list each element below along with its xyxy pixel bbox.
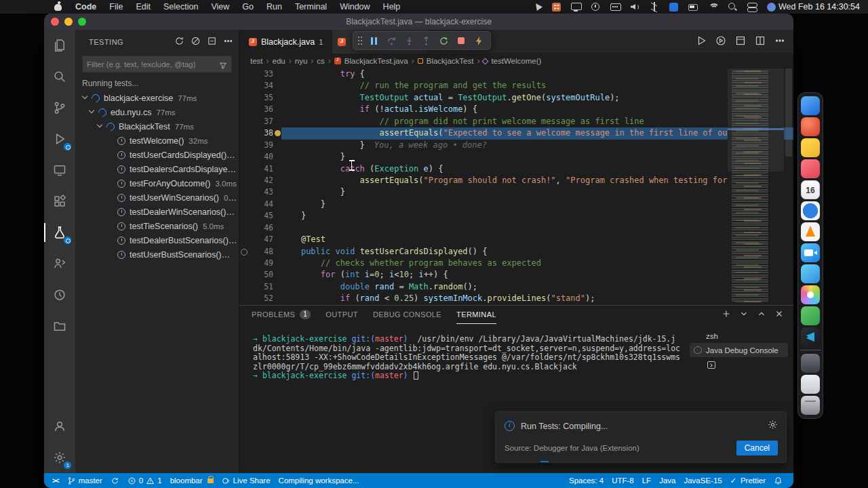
- git-branch-status[interactable]: master: [63, 473, 106, 488]
- breadcrumb-item[interactable]: testWelcome(): [491, 57, 541, 65]
- test-tree-item[interactable]: testWelcome()32ms: [75, 134, 239, 148]
- tab-blackjack-java[interactable]: Blackjack.java 1: [239, 30, 332, 54]
- test-tree-item[interactable]: testUserCardsDisplayed()2…: [75, 148, 239, 163]
- panel-tab[interactable]: PROBLEMS1: [252, 306, 311, 324]
- pause-icon[interactable]: [367, 33, 382, 48]
- step-over-icon[interactable]: [384, 33, 399, 48]
- dock-app-icon[interactable]: [801, 201, 820, 220]
- test-tree-item[interactable]: edu.nyu.cs77ms: [75, 106, 239, 120]
- code-line[interactable]: 49 // checks whether program behaves as …: [239, 258, 793, 269]
- bloombar-status[interactable]: bloombar: [166, 473, 218, 488]
- encoding-status[interactable]: UTF-8: [608, 473, 638, 488]
- code-line[interactable]: 50 for (int i=0; i<10; i++) {: [239, 269, 793, 281]
- status-menu-icon[interactable]: [610, 2, 620, 12]
- menu-item[interactable]: Terminal: [295, 2, 327, 12]
- dock-app-icon[interactable]: [801, 96, 820, 115]
- gutter-test-icon[interactable]: [239, 234, 249, 245]
- layout-icon[interactable]: [735, 35, 746, 49]
- code-line[interactable]: 36 if (!actual.isWelcome) {: [239, 104, 793, 115]
- code-line[interactable]: 38 assertEquals("Expected to see a welco…: [239, 127, 793, 139]
- status-menu-icon[interactable]: [591, 2, 600, 12]
- panel-tab[interactable]: OUTPUT: [326, 306, 358, 324]
- gutter-test-icon[interactable]: [239, 151, 249, 163]
- dock-app-icon[interactable]: [801, 327, 820, 346]
- code-line[interactable]: 42 assertEquals("Program should not cras…: [239, 175, 793, 186]
- minimap[interactable]: [728, 68, 784, 305]
- gutter-test-icon[interactable]: [239, 210, 249, 222]
- menu-item[interactable]: Edit: [136, 2, 151, 12]
- run-button[interactable]: [696, 35, 707, 49]
- gutter-test-icon[interactable]: [239, 92, 249, 104]
- dock-app-icon[interactable]: [801, 243, 820, 262]
- dock-app-icon[interactable]: [801, 159, 820, 178]
- gutter-test-icon[interactable]: [239, 80, 249, 92]
- menu-item[interactable]: Window: [340, 2, 370, 12]
- test-tree-item[interactable]: testUserBustScenarios()0.0…: [75, 248, 239, 262]
- account-icon[interactable]: [44, 411, 75, 442]
- code-line[interactable]: 52 if (rand < 0.25) systemInMock.provide…: [239, 293, 793, 304]
- terminal-dropdown-icon[interactable]: [739, 309, 749, 321]
- gutter-test-icon[interactable]: [239, 281, 249, 293]
- breadcrumb-item[interactable]: edu: [273, 57, 285, 65]
- maximize-panel-icon[interactable]: [757, 309, 766, 321]
- step-into-icon[interactable]: [401, 33, 416, 48]
- code-line[interactable]: 51 double rand = Math.random();: [239, 281, 793, 293]
- dock-app-icon[interactable]: [801, 285, 820, 304]
- code-line[interactable]: 44 }: [239, 199, 793, 210]
- test-tree-item[interactable]: testForAnyOutcome()3.0ms: [75, 177, 239, 191]
- step-out-icon[interactable]: [419, 33, 434, 48]
- dock-app-icon[interactable]: [801, 354, 820, 373]
- dock-app-icon[interactable]: [801, 138, 820, 157]
- language-mode-status[interactable]: Java: [655, 473, 679, 488]
- notifications-bell-icon[interactable]: [770, 473, 787, 488]
- gutter-test-icon[interactable]: [239, 293, 249, 304]
- gutter-test-icon[interactable]: [239, 186, 249, 198]
- notification-settings-icon[interactable]: [768, 420, 778, 432]
- code-line[interactable]: 41 catch (Exception e) {: [239, 163, 793, 175]
- gutter-test-icon[interactable]: [239, 116, 249, 127]
- dock-app-icon[interactable]: [801, 222, 820, 241]
- cancel-button[interactable]: Cancel: [736, 441, 778, 455]
- code-line[interactable]: 39 }You, a week ago • done?: [239, 140, 793, 151]
- code-line[interactable]: 47 @Test: [239, 234, 793, 245]
- project-manager-icon[interactable]: [44, 310, 75, 342]
- code-editor[interactable]: 33 try { 34 // run the program and get t…: [239, 68, 793, 305]
- status-menu-icon[interactable]: [532, 2, 542, 12]
- menu-item[interactable]: Run: [267, 2, 282, 12]
- status-menu-icon[interactable]: [728, 2, 737, 12]
- menu-item[interactable]: Go: [242, 2, 254, 12]
- test-tree-item[interactable]: testDealerBustScenarios()1…: [75, 234, 239, 248]
- code-line[interactable]: 40 }: [239, 151, 793, 163]
- panel-tab[interactable]: DEBUG CONSOLE: [373, 306, 441, 324]
- dock-app-icon[interactable]: [801, 306, 820, 325]
- code-line[interactable]: 35 TestOutput actual = TestOutput.getOne…: [239, 92, 793, 104]
- minimap-slider[interactable]: [728, 68, 784, 171]
- eol-status[interactable]: LF: [638, 473, 655, 488]
- remote-explorer-icon[interactable]: [44, 155, 75, 186]
- status-menu-icon[interactable]: [630, 2, 639, 12]
- more-actions-icon[interactable]: [223, 36, 233, 49]
- dock-app-icon[interactable]: [801, 264, 820, 283]
- menu-clock[interactable]: Wed Feb 16 14:30:54: [778, 2, 860, 12]
- test-filter-input[interactable]: [87, 60, 219, 68]
- gutter-test-icon[interactable]: [239, 163, 249, 175]
- new-terminal-icon[interactable]: [722, 309, 731, 321]
- stop-icon[interactable]: [454, 33, 469, 48]
- gutter-test-icon[interactable]: [239, 222, 249, 234]
- menu-item[interactable]: File: [109, 2, 123, 12]
- more-actions-button[interactable]: [774, 35, 785, 49]
- gutter-test-icon[interactable]: [239, 246, 249, 258]
- explorer-icon[interactable]: [44, 30, 75, 61]
- split-editor-button[interactable]: [755, 35, 766, 49]
- menu-item[interactable]: Help: [383, 2, 401, 12]
- panel-tab[interactable]: TERMINAL: [456, 306, 496, 324]
- test-tree-item[interactable]: testDealersCardsDisplayed()0…: [75, 163, 239, 177]
- status-menu-icon[interactable]: [747, 2, 757, 12]
- editor-scrollbar[interactable]: [784, 68, 793, 305]
- menu-item[interactable]: Selection: [163, 2, 198, 12]
- dock-app-icon[interactable]: [800, 350, 821, 350]
- gutter-test-icon[interactable]: [239, 175, 249, 186]
- status-menu-icon[interactable]: [767, 3, 776, 12]
- settings-gear-icon[interactable]: [44, 442, 75, 473]
- remote-indicator[interactable]: ><: [48, 473, 63, 488]
